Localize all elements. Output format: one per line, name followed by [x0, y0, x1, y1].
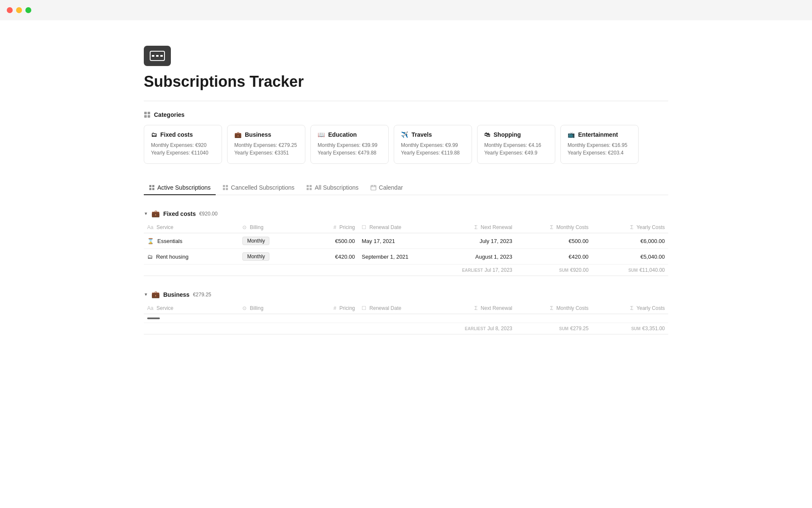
tab-label-calendar: Calendar — [379, 184, 403, 191]
category-monthly-shopping: Monthly Expenses: €4.16 — [484, 142, 548, 148]
category-yearly-education: Yearly Expenses: €479.88 — [318, 150, 381, 156]
group-header-fixed-costs[interactable]: ▼ 💼 Fixed costs €920.00 — [144, 205, 668, 222]
cell-service-essentials: ⌛ Essentials — [144, 233, 239, 249]
category-yearly-shopping: Yearly Expenses: €49.9 — [484, 150, 548, 156]
group-section-business: ▼ 💼 Business €279.25 Aa Service ⊙ Billin… — [144, 286, 668, 334]
summary-empty-fixed-costs — [144, 265, 358, 276]
service-name-rent-housing: Rent housing — [156, 254, 189, 260]
table-row-essentials[interactable]: ⌛ Essentials Monthly €500.00 May 17, 202… — [144, 233, 668, 249]
svg-rect-12 — [223, 185, 225, 187]
maximize-button[interactable] — [25, 7, 31, 13]
group-amount-business: €279.25 — [193, 292, 211, 298]
group-toggle-business[interactable]: ▼ — [144, 292, 148, 297]
partial-indicator-business — [144, 314, 239, 323]
th-yearly-costs-business: Σ Yearly Costs — [592, 303, 668, 314]
cell-renewal-date-rent-housing: September 1, 2021 — [358, 249, 434, 265]
svg-rect-7 — [148, 115, 150, 118]
cell-yearly-rent-housing: €5,040.00 — [592, 249, 668, 265]
svg-rect-16 — [307, 185, 309, 187]
th-pricing-business: # Pricing — [301, 303, 358, 314]
category-card-entertainment[interactable]: 📺 Entertainment Monthly Expenses: €16.95… — [560, 125, 639, 164]
category-yearly-entertainment: Yearly Expenses: €203.4 — [568, 150, 631, 156]
category-card-shopping[interactable]: 🛍 Shopping Monthly Expenses: €4.16 Yearl… — [477, 125, 555, 164]
cell-service-rent-housing: 🗂 Rent housing — [144, 249, 239, 265]
category-card-travels[interactable]: ✈️ Travels Monthly Expenses: €9.99 Yearl… — [394, 125, 472, 164]
svg-rect-14 — [223, 188, 225, 190]
category-card-fixed-costs[interactable]: 🗂 Fixed costs Monthly Expenses: €920 Yea… — [144, 125, 222, 164]
partial-row-business — [144, 314, 668, 323]
categories-label: Categories — [154, 111, 184, 118]
table-business: Aa Service ⊙ Billing # Pricing ☐ Renewal… — [144, 303, 668, 334]
cell-next-renewal-rent-housing: August 1, 2023 — [435, 249, 516, 265]
cell-renewal-date-essentials: May 17, 2021 — [358, 233, 434, 249]
svg-rect-15 — [226, 188, 228, 190]
table-row-rent-housing[interactable]: 🗂 Rent housing Monthly €420.00 September… — [144, 249, 668, 265]
svg-rect-1 — [152, 55, 154, 57]
cell-yearly-essentials: €6,000.00 — [592, 233, 668, 249]
th-next-renewal-business: Σ Next Renewal — [435, 303, 516, 314]
summary-empty-business — [144, 323, 358, 334]
cell-next-renewal-essentials: July 17, 2023 — [435, 233, 516, 249]
category-title-shopping: 🛍 Shopping — [484, 131, 548, 138]
title-divider — [144, 101, 668, 101]
table-header-business: Aa Service ⊙ Billing # Pricing ☐ Renewal… — [144, 303, 668, 314]
cell-pricing-rent-housing: €420.00 — [301, 249, 358, 265]
category-title-fixed-costs: 🗂 Fixed costs — [151, 131, 215, 138]
summary-row-business: EARLIESTJul 8, 2023 SUM€279.25 SUM€3,351… — [144, 323, 668, 334]
svg-rect-11 — [152, 188, 154, 190]
th-yearly-costs: Σ Yearly Costs — [592, 222, 668, 233]
close-button[interactable] — [7, 7, 13, 13]
th-renewal-date-business: ☐ Renewal Date — [358, 303, 434, 314]
cell-pricing-essentials: €500.00 — [301, 233, 358, 249]
table-header-fixed-costs: Aa Service ⊙ Billing # Pricing ☐ Renewal… — [144, 222, 668, 233]
tab-calendar[interactable]: Calendar — [365, 181, 408, 195]
tab-icon-active — [149, 185, 155, 190]
categories-section-header: Categories — [144, 111, 668, 118]
svg-rect-6 — [144, 115, 147, 118]
group-name-fixed-costs: Fixed costs — [163, 210, 196, 217]
page-icon — [144, 46, 171, 66]
service-icon-essentials: ⌛ — [147, 238, 154, 244]
service-name-essentials: Essentials — [157, 238, 182, 244]
category-title-entertainment: 📺 Entertainment — [568, 131, 631, 138]
summary-yearly-business: SUM€3,351.00 — [592, 323, 668, 334]
summary-next-renewal-fixed-costs: EARLIESTJul 17, 2023 — [435, 265, 516, 276]
tab-all[interactable]: All Subscriptions — [301, 181, 364, 195]
tab-active[interactable]: Active Subscriptions — [144, 181, 216, 195]
minimize-button[interactable] — [16, 7, 22, 13]
tab-label-all: All Subscriptions — [315, 184, 359, 191]
th-billing-business: ⊙ Billing — [239, 303, 301, 314]
category-icon-shopping: 🛍 — [484, 131, 490, 138]
category-monthly-business: Monthly Expenses: €279.25 — [234, 142, 298, 148]
category-title-business: 💼 Business — [234, 131, 298, 138]
summary-next-renewal-business: EARLIESTJul 8, 2023 — [435, 323, 516, 334]
group-toggle-fixed-costs[interactable]: ▼ — [144, 211, 148, 216]
groups-container: ▼ 💼 Fixed costs €920.00 Aa Service ⊙ Bil… — [144, 205, 668, 334]
summary-monthly-fixed-costs: SUM€920.00 — [516, 265, 592, 276]
svg-rect-2 — [156, 55, 159, 57]
summary-monthly-business: SUM€279.25 — [516, 323, 592, 334]
th-service-business: Aa Service — [144, 303, 239, 314]
svg-rect-18 — [307, 188, 309, 190]
table-fixed-costs: Aa Service ⊙ Billing # Pricing ☐ Renewal… — [144, 222, 668, 276]
category-card-business[interactable]: 💼 Business Monthly Expenses: €279.25 Yea… — [227, 125, 305, 164]
group-header-business[interactable]: ▼ 💼 Business €279.25 — [144, 286, 668, 303]
svg-rect-8 — [149, 185, 151, 187]
category-monthly-entertainment: Monthly Expenses: €16.95 — [568, 142, 631, 148]
cell-monthly-rent-housing: €420.00 — [516, 249, 592, 265]
svg-rect-3 — [160, 55, 163, 57]
group-icon-fixed-costs: 💼 — [151, 210, 160, 218]
th-next-renewal: Σ Next Renewal — [435, 222, 516, 233]
category-icon-travels: ✈️ — [401, 131, 408, 138]
th-service: Aa Service — [144, 222, 239, 233]
category-monthly-fixed-costs: Monthly Expenses: €920 — [151, 142, 215, 148]
svg-rect-17 — [310, 185, 312, 187]
billing-badge-rent-housing: Monthly — [242, 252, 269, 261]
categories-icon — [144, 111, 151, 118]
tab-cancelled[interactable]: Cancelled Subscriptions — [217, 181, 299, 195]
category-yearly-business: Yearly Expenses: €3351 — [234, 150, 298, 156]
category-card-education[interactable]: 📖 Education Monthly Expenses: €39.99 Yea… — [310, 125, 389, 164]
category-title-travels: ✈️ Travels — [401, 131, 465, 138]
svg-rect-9 — [152, 185, 154, 187]
page-icon-area — [144, 46, 668, 66]
